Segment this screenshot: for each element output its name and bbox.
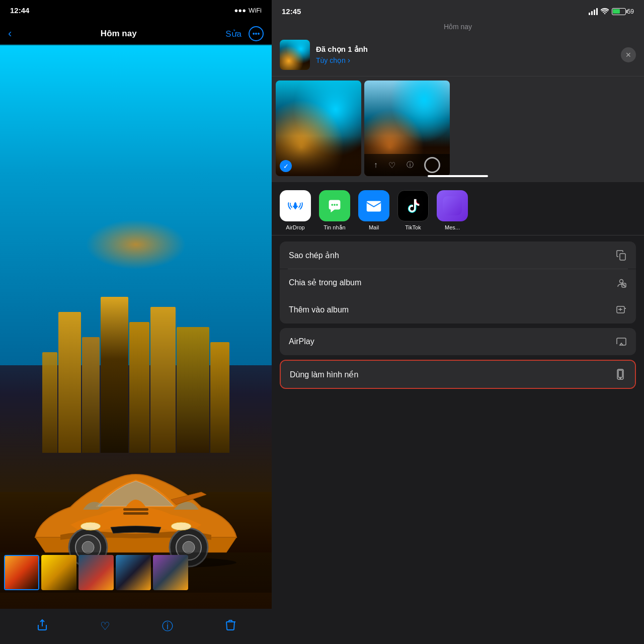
airplay-icon xyxy=(616,336,627,347)
airdrop-icon xyxy=(280,190,311,221)
share-album-icon xyxy=(616,277,627,288)
svg-rect-10 xyxy=(123,512,148,515)
right-statusbar: 12:45 59 xyxy=(272,0,644,20)
svg-rect-21 xyxy=(620,254,625,260)
copy-photo-icon xyxy=(616,250,627,261)
share-options-button[interactable]: Tùy chọn › xyxy=(316,56,615,65)
left-statusbar: 12:44 ●●● WiFi xyxy=(0,0,272,17)
left-navbar: ‹ Hôm nay Sửa ••• xyxy=(0,22,272,45)
svg-rect-20 xyxy=(443,196,462,215)
buildings-group xyxy=(0,132,272,453)
app-tiktok[interactable]: TikTok xyxy=(397,190,429,231)
battery-indicator: 59 xyxy=(612,8,634,15)
car-svg xyxy=(10,427,262,568)
svg-point-15 xyxy=(334,204,336,206)
add-album-icon xyxy=(616,304,627,315)
airplay-item[interactable]: AirPlay xyxy=(280,328,636,355)
strip-info-icon[interactable]: ⓘ xyxy=(407,160,414,170)
edit-button[interactable]: Sửa xyxy=(225,29,242,39)
share-title-section: Đã chọn 1 ảnh Tùy chọn › xyxy=(316,45,615,65)
delete-button[interactable] xyxy=(225,619,236,634)
svg-rect-26 xyxy=(618,370,622,377)
thumb-3[interactable] xyxy=(78,555,114,590)
left-panel: 12:44 ●●● WiFi ‹ Hôm nay Sửa ••• xyxy=(0,0,272,644)
share-album-item[interactable]: Chia sẻ trong album xyxy=(280,269,636,296)
thumb-5[interactable] xyxy=(153,555,188,590)
strip-photo-2[interactable]: ↑ ♡ ⓘ xyxy=(364,80,450,176)
thumb-2[interactable] xyxy=(41,555,76,590)
partial-app-label: Mes... xyxy=(445,224,460,230)
share-thumb-image xyxy=(280,40,310,70)
tiktok-label: TikTok xyxy=(405,224,421,230)
share-thumbnail xyxy=(280,40,310,70)
main-photo-area xyxy=(0,44,272,628)
svg-point-3 xyxy=(82,541,94,553)
car-container xyxy=(10,427,262,568)
thumb-4[interactable] xyxy=(116,555,151,590)
more-button[interactable]: ••• xyxy=(249,26,264,41)
wallpaper-group: Dùng làm hình nền xyxy=(280,360,636,389)
mail-label: Mail xyxy=(369,224,379,230)
strip-heart-icon[interactable]: ♡ xyxy=(388,160,395,170)
svg-point-8 xyxy=(171,522,191,530)
svg-point-22 xyxy=(620,279,623,283)
home-indicator-line xyxy=(428,175,488,177)
partial-app-icon xyxy=(437,190,468,221)
share-selected-count: Đã chọn 1 ảnh xyxy=(316,45,615,54)
svg-point-27 xyxy=(620,378,621,379)
tiktok-icon xyxy=(397,190,429,221)
photo-strip[interactable]: ✓ ↑ ♡ ⓘ xyxy=(272,76,644,182)
action-list: Sao chép ảnh Chia sẻ trong album Thêm và xyxy=(272,235,644,644)
app-airdrop[interactable]: AirDrop xyxy=(280,190,311,231)
wifi-icon xyxy=(601,8,609,16)
app-partial[interactable]: Mes... xyxy=(437,190,468,231)
app-mail[interactable]: Mail xyxy=(358,190,389,231)
svg-point-6 xyxy=(183,541,195,553)
share-album-label: Chia sẻ trong album xyxy=(289,278,361,287)
svg-point-14 xyxy=(331,204,333,206)
options-chevron-icon: › xyxy=(348,56,350,65)
svg-point-7 xyxy=(80,522,101,530)
strip-share-icon[interactable]: ↑ xyxy=(374,160,378,170)
navbar-title: Hôm nay xyxy=(101,29,137,39)
favorite-button[interactable]: ♡ xyxy=(100,620,110,633)
info-button[interactable]: ⓘ xyxy=(162,619,173,634)
share-header: Đã chọn 1 ảnh Tùy chọn › ✕ xyxy=(272,34,644,76)
navbar-right-actions: Sửa ••• xyxy=(225,26,264,41)
battery-box xyxy=(612,8,626,15)
home-indicator xyxy=(428,172,488,180)
action-group-1: Sao chép ảnh Chia sẻ trong album Thêm và xyxy=(280,242,636,324)
strip-shutter-button[interactable] xyxy=(424,157,440,173)
photo-select-check-1[interactable]: ✓ xyxy=(280,160,292,172)
navbar-title-group: Hôm nay xyxy=(101,29,137,39)
right-panel: 12:45 59 Hôm nay xyxy=(272,0,644,644)
app-messages[interactable]: Tin nhắn xyxy=(319,190,350,231)
share-button[interactable] xyxy=(36,619,48,634)
right-homnay-label: Hôm nay xyxy=(272,20,644,34)
thumb-1[interactable] xyxy=(4,555,39,590)
messages-icon xyxy=(319,190,350,221)
share-close-button[interactable]: ✕ xyxy=(621,47,636,62)
add-album-item[interactable]: Thêm vào album xyxy=(280,296,636,324)
mail-icon xyxy=(358,190,389,221)
wallpaper-item[interactable]: Dùng làm hình nền xyxy=(281,361,635,388)
thumbnail-strip[interactable] xyxy=(0,552,272,593)
copy-photo-item[interactable]: Sao chép ảnh xyxy=(280,242,636,269)
right-status-icons: 59 xyxy=(589,8,634,16)
signal-icon xyxy=(589,8,598,15)
svg-point-16 xyxy=(336,204,338,206)
left-bottom-toolbar: ♡ ⓘ xyxy=(0,609,272,644)
battery-fill xyxy=(613,9,620,14)
action-group-2: AirPlay xyxy=(280,328,636,355)
left-status-time: 12:44 xyxy=(10,6,29,15)
add-album-label: Thêm vào album xyxy=(289,305,349,314)
left-status-icons: ●●● WiFi xyxy=(234,7,262,14)
svg-rect-9 xyxy=(123,508,148,511)
right-status-time: 12:45 xyxy=(282,7,301,16)
messages-label: Tin nhắn xyxy=(324,224,345,231)
share-options-label: Tùy chọn xyxy=(316,56,346,64)
wallpaper-icon xyxy=(615,369,626,380)
strip-photo-1[interactable]: ✓ xyxy=(276,80,361,176)
back-button[interactable]: ‹ xyxy=(8,27,12,40)
copy-photo-label: Sao chép ảnh xyxy=(289,251,339,260)
